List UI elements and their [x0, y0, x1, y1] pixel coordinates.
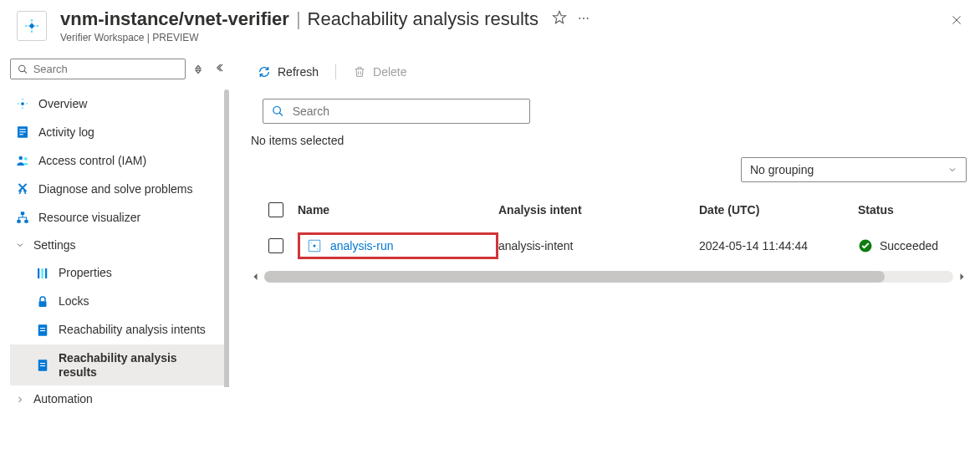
sidebar-item-label: Reachability analysis results — [59, 351, 217, 380]
toolbar-separator — [335, 64, 336, 79]
sidebar-item-label: Reachability analysis intents — [59, 323, 217, 337]
svg-rect-26 — [39, 301, 47, 307]
svg-point-2 — [36, 25, 38, 28]
svg-point-36 — [311, 242, 313, 244]
chevron-down-icon — [15, 240, 25, 250]
col-header-status[interactable]: Status — [858, 203, 963, 217]
sidebar-search-input[interactable] — [10, 59, 186, 79]
refresh-button[interactable]: Refresh — [251, 62, 325, 82]
svg-point-13 — [22, 107, 23, 109]
svg-rect-21 — [17, 220, 21, 223]
sidebar-item-iam[interactable]: Access control (IAM) — [10, 146, 227, 175]
analysis-run-link[interactable]: analysis-run — [330, 239, 393, 252]
svg-rect-20 — [21, 212, 25, 215]
sidebar-item-label: Access control (IAM) — [38, 154, 217, 168]
title-page-name: Reachability analysis results — [308, 8, 538, 30]
sidebar-item-label: Resource visualizer — [38, 211, 217, 225]
grouping-value: No grouping — [750, 163, 814, 176]
svg-rect-24 — [42, 268, 43, 278]
sidebar-item-diagnose[interactable]: Diagnose and solve problems — [10, 175, 227, 203]
cell-intent: analysis-intent — [498, 239, 699, 252]
iam-icon — [15, 153, 30, 168]
col-header-name[interactable]: Name — [298, 203, 498, 217]
scroll-right-icon[interactable] — [957, 272, 967, 282]
svg-point-8 — [19, 65, 25, 71]
svg-point-6 — [583, 18, 584, 19]
row-checkbox[interactable] — [268, 238, 283, 253]
cell-date: 2024-05-14 11:44:44 — [699, 239, 858, 252]
svg-rect-22 — [24, 220, 28, 223]
horizontal-scrollbar[interactable] — [251, 271, 967, 283]
svg-point-37 — [317, 248, 319, 250]
svg-point-35 — [314, 245, 316, 247]
results-icon — [35, 358, 50, 373]
sidebar-item-label: Activity log — [38, 125, 217, 140]
sidebar-item-label: Automation — [33, 392, 217, 406]
sidebar-item-properties[interactable]: Properties — [10, 259, 227, 288]
select-all-checkbox[interactable] — [268, 202, 283, 217]
sidebar-item-label: Locks — [59, 294, 217, 309]
svg-rect-28 — [40, 328, 45, 329]
table-row: analysis-run analysis-intent 2024-05-14 … — [251, 224, 967, 268]
svg-point-11 — [26, 103, 28, 105]
sidebar-item-label: Overview — [38, 97, 217, 111]
grouping-select[interactable]: No grouping — [741, 157, 967, 182]
sidebar-item-reachability-intents[interactable]: Reachability analysis intents — [10, 316, 227, 344]
search-icon — [18, 64, 28, 75]
title-resource-path: vnm-instance/vnet-verifier — [60, 8, 289, 30]
close-blade-icon[interactable] — [950, 13, 963, 29]
intents-icon — [35, 323, 50, 338]
sidebar-item-activity-log[interactable]: Activity log — [10, 118, 227, 146]
sidebar-item-resource-visualizer[interactable]: Resource visualizer — [10, 203, 227, 232]
sidebar-group-settings[interactable]: Settings — [10, 232, 227, 259]
properties-icon — [35, 266, 50, 281]
analysis-run-icon — [307, 238, 322, 253]
svg-rect-29 — [40, 330, 45, 331]
col-header-intent[interactable]: Analysis intent — [498, 203, 699, 217]
delete-button: Delete — [346, 62, 413, 82]
highlighted-name-cell: analysis-run — [298, 232, 498, 259]
search-icon — [272, 105, 284, 118]
sidebar-item-locks[interactable]: Locks — [10, 288, 227, 316]
more-actions-icon[interactable] — [577, 8, 590, 30]
scroll-left-icon[interactable] — [251, 272, 261, 282]
svg-rect-16 — [19, 131, 26, 132]
sidebar-item-reachability-results[interactable]: Reachability analysis results — [10, 344, 227, 386]
scrollbar-thumb[interactable] — [264, 271, 885, 283]
resource-visualizer-icon — [15, 210, 30, 225]
svg-point-33 — [273, 106, 281, 114]
svg-point-18 — [19, 156, 23, 161]
svg-point-10 — [18, 103, 19, 105]
svg-rect-31 — [40, 363, 45, 364]
svg-point-12 — [22, 99, 23, 100]
svg-rect-32 — [40, 365, 45, 366]
cell-status: Succeeded — [880, 239, 938, 252]
col-header-date[interactable]: Date (UTC) — [699, 203, 858, 217]
sidebar-group-automation[interactable]: Automation — [10, 385, 227, 413]
svg-rect-17 — [19, 134, 23, 135]
collapse-sidebar-icon[interactable] — [216, 62, 227, 76]
refresh-icon — [258, 65, 271, 79]
sidebar-item-overview[interactable]: Overview — [10, 89, 227, 118]
page-subtitle: Verifier Workspace | PREVIEW — [60, 32, 963, 43]
reorder-icon[interactable] — [192, 62, 207, 77]
lock-icon — [35, 294, 50, 309]
sidebar-item-label: Settings — [33, 238, 217, 252]
svg-point-7 — [587, 18, 589, 19]
svg-point-5 — [579, 18, 580, 19]
svg-point-3 — [31, 19, 33, 22]
sidebar-item-label: Properties — [59, 266, 217, 280]
svg-point-1 — [25, 25, 27, 28]
refresh-label: Refresh — [278, 65, 319, 79]
table-header: Name Analysis intent Date (UTC) Status — [251, 196, 967, 224]
sidebar-item-label: Diagnose and solve problems — [38, 182, 217, 196]
activity-log-icon — [15, 125, 30, 140]
chevron-right-icon — [15, 395, 25, 405]
svg-rect-15 — [19, 129, 26, 130]
delete-icon — [353, 65, 366, 79]
chevron-down-icon — [947, 165, 957, 175]
favorite-star-icon[interactable] — [552, 8, 567, 30]
svg-point-9 — [21, 102, 24, 105]
table-search-input[interactable] — [263, 99, 530, 124]
delete-label: Delete — [373, 65, 406, 79]
